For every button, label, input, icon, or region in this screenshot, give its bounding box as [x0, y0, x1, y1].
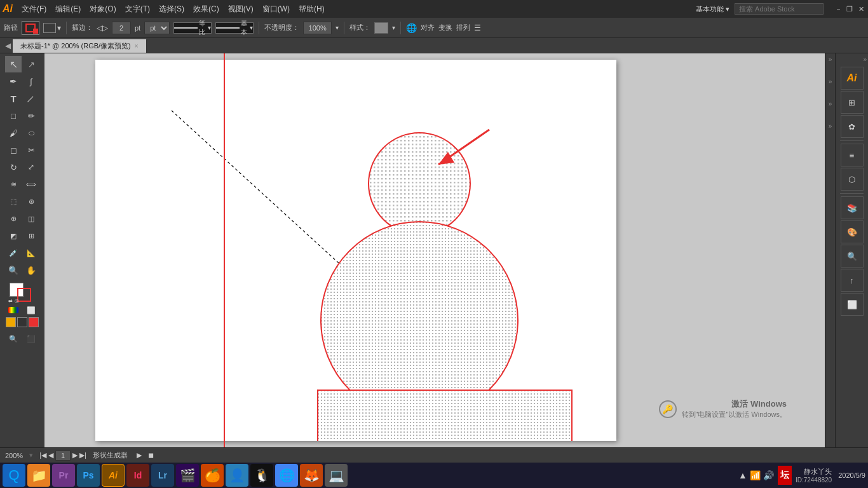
menu-help[interactable]: 帮助(H)	[295, 3, 329, 16]
stroke-color-swatch[interactable]	[22, 21, 39, 35]
properties-panel-icon[interactable]: ⬜	[841, 293, 864, 316]
stroke-size-input[interactable]	[112, 22, 131, 34]
tray-icon-1[interactable]: ▲	[738, 470, 747, 480]
play-btn[interactable]: ▶	[137, 451, 142, 459]
scissors-tool-btn[interactable]: ✂	[23, 142, 39, 158]
paintbrush-tool-btn[interactable]: 🖌	[5, 125, 22, 141]
scale-tool-btn[interactable]: ⤢	[23, 159, 39, 175]
color-panel-icon[interactable]: 🎨	[841, 220, 864, 243]
libraries-panel-icon[interactable]: 📚	[841, 196, 864, 219]
transform-label[interactable]: 变换	[438, 23, 452, 32]
selection-tool-btn[interactable]: ↖	[5, 56, 22, 72]
stroke-color-btn[interactable]	[17, 288, 31, 302]
volume-icon[interactable]: 🔊	[763, 470, 774, 480]
opacity-input[interactable]	[303, 22, 332, 34]
pt-unit-select[interactable]: pt	[144, 22, 170, 34]
color-none-btn[interactable]: ⬜	[23, 305, 39, 315]
file-manager-taskbar-icon[interactable]: 📁	[27, 464, 50, 487]
media-encoder-taskbar-icon[interactable]: 🎬	[176, 464, 199, 487]
export-panel-icon[interactable]: ↑	[841, 269, 864, 292]
expand-arrow-3[interactable]: »	[829, 100, 832, 107]
shape-builder-btn[interactable]: ⊕	[5, 210, 22, 227]
illustrator-taskbar-icon[interactable]: Ai	[102, 464, 125, 487]
indesign-taskbar-icon[interactable]: Id	[126, 464, 149, 487]
hand-btn[interactable]: ✋	[23, 262, 39, 278]
lightroom-taskbar-icon[interactable]: Lr	[151, 464, 174, 487]
line-tool-btn[interactable]: |	[20, 87, 43, 111]
mesh-btn[interactable]: ⊞	[23, 227, 39, 244]
premiere-taskbar-icon[interactable]: Pr	[52, 464, 75, 487]
ai-panel-icon[interactable]: Ai	[841, 67, 864, 90]
rect-tool-btn[interactable]: □	[5, 107, 22, 124]
color-indicator[interactable]	[5, 305, 22, 315]
avatar-taskbar-icon[interactable]: 👤	[226, 464, 248, 487]
forum-icon[interactable]: 坛	[778, 466, 792, 485]
first-page-btn[interactable]: |◀	[39, 451, 46, 459]
menu-object[interactable]: 对象(O)	[86, 3, 119, 16]
color-black-swatch[interactable]	[17, 317, 27, 327]
stroke-dash-preview[interactable]: 基本 ▾	[215, 22, 254, 34]
stop-btn[interactable]: ◼	[148, 451, 154, 459]
gradient-btn[interactable]: ◩	[5, 227, 22, 244]
color-red-swatch[interactable]	[29, 317, 39, 327]
collapse-right-btn[interactable]: »	[863, 56, 867, 63]
restore-button[interactable]: ❐	[845, 4, 854, 13]
rotate-tool-btn[interactable]: ↻	[5, 159, 22, 175]
close-button[interactable]: ✕	[857, 4, 865, 13]
arrange-label[interactable]: 排列	[456, 23, 470, 32]
menu-file[interactable]: 文件(F)	[18, 3, 50, 16]
zoom-btn[interactable]: 🔍	[5, 262, 22, 278]
swap-colors-btn[interactable]: ⇄	[8, 298, 13, 304]
pen-tool-btn[interactable]: ✒	[5, 73, 22, 90]
width-tool-btn[interactable]: ⟺	[23, 176, 39, 193]
style-swatch[interactable]	[374, 22, 388, 34]
tab-close-btn[interactable]: ×	[135, 43, 139, 50]
stroke-type-preview[interactable]: 等比 ▾	[173, 22, 212, 34]
menu-select[interactable]: 选择(S)	[155, 3, 188, 16]
penguin-taskbar-icon[interactable]: 🐧	[250, 464, 273, 487]
browser-taskbar-icon[interactable]: Q	[3, 464, 25, 487]
search-input[interactable]	[735, 3, 824, 15]
measure-btn[interactable]: 📐	[23, 245, 39, 261]
puppet-warp-btn[interactable]: ⊛	[23, 193, 39, 210]
tool-more-btn[interactable]: ⬛	[23, 330, 39, 347]
globe-button[interactable]: 🌐	[406, 23, 417, 33]
fruit-taskbar-icon[interactable]: 🍊	[201, 464, 224, 487]
menu-edit[interactable]: 编辑(E)	[51, 3, 85, 16]
prev-page-btn[interactable]: ◀	[48, 451, 53, 459]
next-page-btn[interactable]: ▶	[72, 451, 78, 459]
menu-window[interactable]: 窗口(W)	[259, 3, 294, 16]
align-panel-icon[interactable]: ≡	[841, 144, 864, 166]
chrome-taskbar-icon[interactable]: 🌐	[275, 464, 298, 487]
transform-panel-icon[interactable]: ⊞	[841, 91, 864, 114]
network-icon[interactable]: 📶	[750, 470, 761, 480]
expand-arrow-1[interactable]: »	[829, 56, 832, 63]
photoshop-taskbar-icon[interactable]: Ps	[77, 464, 100, 487]
appearance-panel-icon[interactable]: ✿	[841, 115, 864, 138]
computer-taskbar-icon[interactable]: 💻	[325, 464, 348, 487]
page-number-input[interactable]	[55, 451, 71, 461]
eyedropper-btn[interactable]: 💉	[5, 245, 22, 261]
menu-effect[interactable]: 效果(C)	[189, 3, 223, 16]
menu-type[interactable]: 文字(T)	[121, 3, 154, 16]
warp-tool-btn[interactable]: ≋	[5, 176, 22, 193]
firefox-taskbar-icon[interactable]: 🦊	[300, 464, 323, 487]
align-label[interactable]: 对齐	[421, 23, 435, 32]
panel-collapse-btn[interactable]: ◀	[3, 39, 13, 53]
live-paint-btn[interactable]: ◫	[23, 210, 39, 227]
free-transform-btn[interactable]: ⬚	[5, 193, 22, 210]
blob-brush-tool-btn[interactable]: ⬭	[23, 125, 39, 141]
shape-selector[interactable]: ▾	[43, 23, 61, 33]
color-yellow-swatch[interactable]	[6, 317, 16, 327]
reset-colors-btn[interactable]: ◎	[15, 298, 19, 304]
eraser-tool-btn[interactable]: ◻	[5, 142, 22, 158]
minimize-button[interactable]: －	[834, 4, 843, 13]
search-panel-icon[interactable]: 🔍	[841, 245, 864, 268]
pathfinder-panel-icon[interactable]: ⬡	[841, 168, 864, 191]
expand-arrow-4[interactable]: »	[829, 123, 832, 130]
expand-arrow-2[interactable]: »	[829, 78, 832, 85]
last-page-btn[interactable]: ▶|	[79, 451, 86, 459]
direct-select-tool-btn[interactable]: ↗	[23, 56, 39, 72]
menu-view[interactable]: 视图(V)	[224, 3, 257, 16]
document-tab[interactable]: 未标题-1* @ 200% (RGB/像素预览) ×	[13, 39, 147, 53]
